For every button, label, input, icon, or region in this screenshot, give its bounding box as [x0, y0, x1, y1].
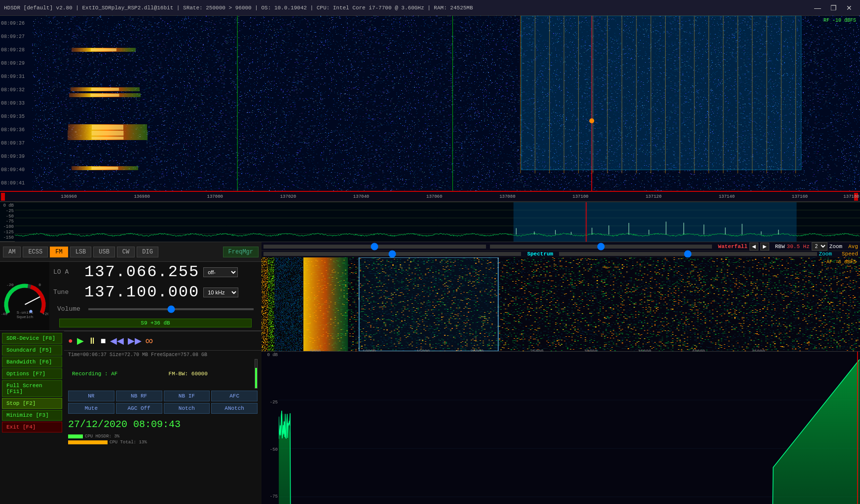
forward-button[interactable]: ▶▶	[128, 335, 142, 346]
ts-11: 08:09:40	[0, 167, 32, 173]
mode-dig[interactable]: DIG	[137, 247, 158, 257]
dsp-anotch[interactable]: ANotch	[211, 403, 258, 414]
af-db-2: -50	[262, 447, 279, 452]
right-top-row2: Spectrum Zoom Speed	[262, 251, 860, 257]
cpu-hdsdr-text: CPU HDSDR: 3%	[85, 434, 119, 439]
ts-2: 08:09:28	[0, 47, 32, 53]
ts-1: 08:09:27	[0, 34, 32, 40]
frequency-axis: 136960 136980 137000 137020 137040 13706…	[0, 191, 860, 202]
mode-cw[interactable]: CW	[117, 247, 135, 257]
mode-buttons-row: AM ECSS FM LSB USB CW DIG FreqMgr	[0, 242, 262, 262]
rf-label: RF -10 dBFS	[823, 18, 856, 23]
mode-am[interactable]: AM	[3, 247, 21, 257]
dsp-mute[interactable]: Mute	[68, 403, 114, 414]
stop-transport-button[interactable]: ■	[101, 336, 106, 346]
rbw-label1: RBW	[775, 244, 785, 250]
tune-label: Tune	[53, 288, 80, 296]
cpu-total-row: CPU Total: 13%	[68, 440, 258, 445]
af-db-0: 0 dB	[262, 353, 279, 358]
fullscreen-button[interactable]: Full Screen [F11]	[2, 380, 62, 397]
lo-dropdown[interactable]: off- off+ on- on+	[203, 267, 238, 277]
small-waterfall-canvas	[262, 257, 303, 351]
play-button[interactable]: ▶	[77, 335, 84, 346]
dsp-nb-if[interactable]: NB IF	[164, 391, 210, 401]
left-control-panel: AM ECSS FM LSB USB CW DIG FreqMgr LO A 1…	[0, 242, 262, 504]
af-main-area: AF -6 dBFS	[262, 257, 860, 351]
rewind-button[interactable]: ◀◀	[110, 335, 124, 346]
titlebar-controls: — ❐ ✕	[811, 2, 856, 13]
recording-af-label: Recording : AF	[68, 370, 121, 378]
dsp-buttons: NR NB RF NB IF AFC Mute AGC Off Notch AN…	[64, 389, 262, 416]
waterfall-scroll2[interactable]	[490, 245, 712, 249]
recording-af-row: Recording : AF FM-BW: 60000	[64, 359, 262, 389]
transport-dsp-area: ● ▶ ⏸ ■ ◀◀ ▶▶ ∞ Time=00:06:37 Size=72.70…	[64, 331, 262, 447]
dsp-nr[interactable]: NR	[68, 391, 114, 401]
ts-3: 08:09:29	[0, 61, 32, 67]
dsp-nb-rf[interactable]: NB RF	[116, 391, 162, 401]
ts-5: 08:09:32	[0, 87, 32, 93]
minimize-button[interactable]: —	[811, 2, 824, 13]
ts-10: 08:09:39	[0, 154, 32, 160]
mode-lsb[interactable]: LSB	[70, 247, 92, 257]
spectrum-scroll1[interactable]	[263, 252, 521, 256]
bandwidth-button[interactable]: Bandwidth [F6]	[2, 357, 62, 367]
ts-8: 08:09:36	[0, 127, 32, 133]
pause-button[interactable]: ⏸	[88, 336, 97, 346]
mode-ecss[interactable]: ECSS	[23, 247, 48, 257]
db-1: -25	[0, 209, 15, 214]
mode-freqmgr[interactable]: FreqMgr	[223, 247, 259, 257]
main-waterfall: 08:09:26 08:09:27 08:09:28 08:09:29 08:0…	[0, 16, 860, 191]
soundcard-button[interactable]: Soundcard [F5]	[2, 345, 62, 356]
minimize-f3-button[interactable]: Minimize [F3]	[2, 410, 62, 421]
options-button[interactable]: Options [F7]	[2, 368, 62, 379]
titlebar-left: HDSDR [default] v2.80 | ExtIO_SDRplay_RS…	[4, 5, 473, 11]
zoom-label1: Zoom	[829, 244, 842, 250]
af-lower-spectrum-canvas[interactable]	[279, 352, 860, 504]
sdr-device-button[interactable]: SDR-Device [F8]	[2, 333, 62, 344]
freq-tick-9: 137140	[719, 194, 735, 199]
close-button[interactable]: ✕	[842, 2, 856, 13]
exit-button[interactable]: Exit [F4]	[2, 422, 62, 432]
tune-value[interactable]: 137.100.000	[84, 283, 199, 301]
maximize-button[interactable]: ❐	[826, 2, 840, 13]
dsp-agc-off[interactable]: AGC Off	[116, 403, 162, 414]
freq-tick-5: 137060	[426, 194, 442, 199]
volume-row: Volume	[53, 303, 258, 315]
rf-spectrum-display[interactable]	[15, 202, 860, 242]
volume-slider[interactable]	[88, 308, 254, 310]
af-spectrum-canvas[interactable]	[303, 257, 860, 351]
lo-value[interactable]: 137.066.255	[84, 263, 199, 281]
zoom-select1[interactable]: 1248	[812, 242, 827, 251]
zoom-label-spec: Zoom	[819, 251, 832, 257]
waterfall-scroll1[interactable]	[263, 245, 486, 249]
stop-button[interactable]: Stop [F2]	[2, 398, 62, 409]
vu-canvas	[1, 269, 48, 324]
waterfall-display[interactable]	[32, 16, 860, 191]
loop-button[interactable]: ∞	[146, 334, 153, 347]
tune-dropdown[interactable]: 1 Hz 10 Hz 100 Hz 1 kHz 10 kHz 100 kHz	[203, 288, 238, 297]
mode-fm[interactable]: FM	[50, 247, 68, 257]
wf-nav-right[interactable]: ▶	[760, 243, 769, 251]
freq-tick-6: 137080	[499, 194, 515, 199]
dsp-notch[interactable]: Notch	[164, 403, 210, 414]
freq-tick-7: 137100	[572, 194, 588, 199]
timestamp-list: 08:09:26 08:09:27 08:09:28 08:09:29 08:0…	[0, 16, 32, 191]
db-5: -125	[0, 230, 15, 235]
record-button[interactable]: ●	[68, 336, 73, 345]
wf-nav-left[interactable]: ◀	[749, 243, 758, 251]
ts-9: 08:09:37	[0, 141, 32, 146]
spectrum-scroll2[interactable]	[559, 252, 817, 256]
recording-info: Time=00:06:37 Size=72.70 MB FreeSpace=75…	[64, 351, 262, 359]
right-spectrum-panel: Waterfall ◀ ▶ RBW 30.5 Hz 1248 Zoom Avg …	[262, 242, 860, 504]
af-spectrum-display: AF -6 dBFS	[303, 257, 860, 351]
mode-usb[interactable]: USB	[93, 247, 115, 257]
af-small-waterfall	[262, 257, 303, 351]
speed-label1: Speed	[842, 251, 858, 257]
af-label: AF -6 dBFS	[826, 259, 856, 265]
volume-label: Volume	[57, 305, 84, 313]
db-2: -50	[0, 214, 15, 219]
dsp-afc[interactable]: AFC	[211, 391, 258, 401]
cpu-hdsdr-bar	[68, 434, 83, 438]
waterfall-label1: Waterfall	[718, 244, 747, 250]
datetime-display: 27/12/2020 08:09:43	[64, 416, 262, 433]
